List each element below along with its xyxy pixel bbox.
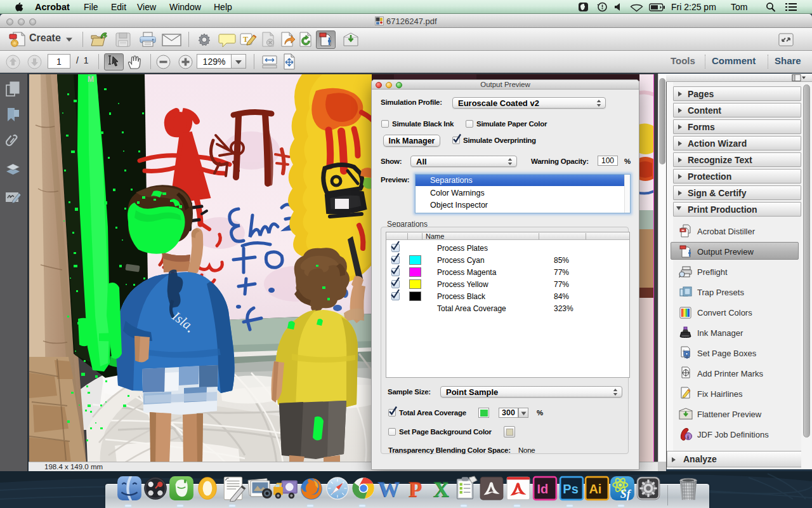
svg-text:M: M bbox=[88, 75, 94, 84]
svg-text:Sf: Sf bbox=[620, 488, 632, 500]
svg-text:P: P bbox=[410, 478, 422, 501]
svg-text:Id: Id bbox=[537, 482, 548, 496]
svg-text:X: X bbox=[434, 478, 449, 501]
svg-text:W: W bbox=[379, 478, 400, 501]
svg-text:Ps: Ps bbox=[563, 482, 578, 496]
svg-text:Ai: Ai bbox=[589, 482, 601, 496]
